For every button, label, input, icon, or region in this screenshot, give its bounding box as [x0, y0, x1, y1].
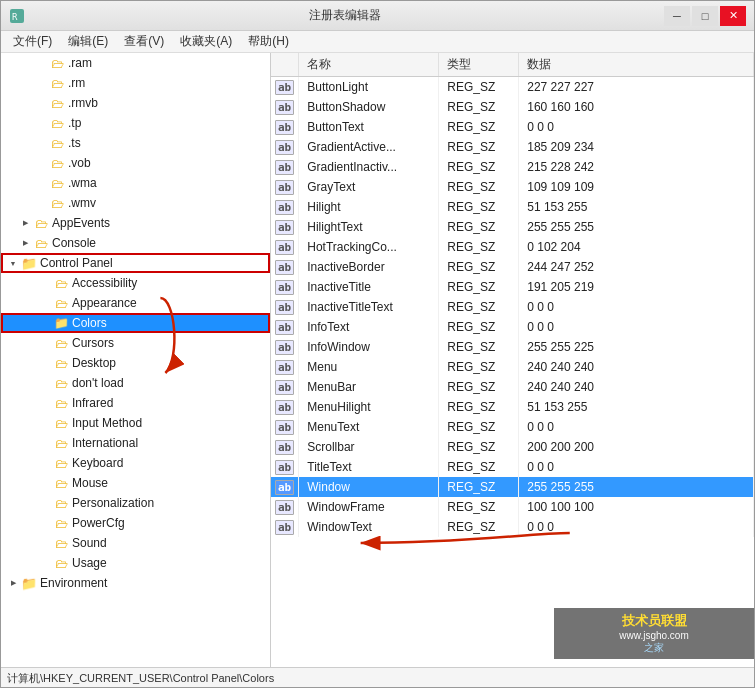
- reg-type: REG_SZ: [439, 437, 519, 457]
- reg-data: 255 255 255: [519, 217, 754, 237]
- table-row[interactable]: abMenuREG_SZ240 240 240: [271, 357, 754, 377]
- tree-item-dontload[interactable]: 🗁 don't load: [1, 373, 270, 393]
- tree-item-wmv[interactable]: 🗁 .wmv: [1, 193, 270, 213]
- reg-name: MenuHilight: [299, 397, 439, 417]
- table-row[interactable]: abMenuTextREG_SZ0 0 0: [271, 417, 754, 437]
- tree-item-colors[interactable]: 📁 Colors: [1, 313, 270, 333]
- tree-arrow-environment: [5, 575, 21, 591]
- reg-data: 51 153 255: [519, 397, 754, 417]
- folder-icon-tp: 🗁: [49, 115, 65, 131]
- tree-label-environment: Environment: [40, 576, 107, 590]
- table-row[interactable]: abHilightREG_SZ51 153 255: [271, 197, 754, 217]
- tree-item-ram[interactable]: 🗁 .ram: [1, 53, 270, 73]
- reg-data: 0 0 0: [519, 297, 754, 317]
- tree-item-infrared[interactable]: 🗁 Infrared: [1, 393, 270, 413]
- table-row[interactable]: abWindowREG_SZ255 255 255: [271, 477, 754, 497]
- table-row[interactable]: abHilightTextREG_SZ255 255 255: [271, 217, 754, 237]
- reg-data: 0 0 0: [519, 457, 754, 477]
- reg-data: 160 160 160: [519, 97, 754, 117]
- tree-label-appevents: AppEvents: [52, 216, 110, 230]
- table-row[interactable]: abHotTrackingCo...REG_SZ0 102 204: [271, 237, 754, 257]
- reg-type-icon: ab: [271, 77, 299, 97]
- table-row[interactable]: abWindowFrameREG_SZ100 100 100: [271, 497, 754, 517]
- menu-view[interactable]: 查看(V): [116, 31, 172, 52]
- tree-label-usage: Usage: [72, 556, 107, 570]
- tree-label-powercfg: PowerCfg: [72, 516, 125, 530]
- menu-edit[interactable]: 编辑(E): [60, 31, 116, 52]
- folder-icon-cursors: 🗁: [53, 335, 69, 351]
- tree-item-controlpanel[interactable]: 📁 Control Panel: [1, 253, 270, 273]
- menu-bar: 文件(F) 编辑(E) 查看(V) 收藏夹(A) 帮助(H): [1, 31, 754, 53]
- tree-item-ts[interactable]: 🗁 .ts: [1, 133, 270, 153]
- reg-name: Menu: [299, 357, 439, 377]
- tree-item-mouse[interactable]: 🗁 Mouse: [1, 473, 270, 493]
- tree-item-keyboard[interactable]: 🗁 Keyboard: [1, 453, 270, 473]
- tree-item-rm[interactable]: 🗁 .rm: [1, 73, 270, 93]
- maximize-button[interactable]: □: [692, 6, 718, 26]
- right-pane[interactable]: 名称 类型 数据 abButtonLightREG_SZ227 227 227a…: [271, 53, 754, 537]
- table-row[interactable]: abTitleTextREG_SZ0 0 0: [271, 457, 754, 477]
- tree-label-colors: Colors: [72, 316, 107, 330]
- col-header-name[interactable]: 名称: [299, 53, 439, 77]
- tree-label-dontload: don't load: [72, 376, 124, 390]
- tree-label-tp: .tp: [68, 116, 81, 130]
- menu-favorites[interactable]: 收藏夹(A): [172, 31, 240, 52]
- reg-type-icon: ab: [271, 297, 299, 317]
- table-row[interactable]: abScrollbarREG_SZ200 200 200: [271, 437, 754, 457]
- tree-item-personalization[interactable]: 🗁 Personalization: [1, 493, 270, 513]
- reg-type: REG_SZ: [439, 397, 519, 417]
- tree-item-tp[interactable]: 🗁 .tp: [1, 113, 270, 133]
- reg-type: REG_SZ: [439, 97, 519, 117]
- reg-type: REG_SZ: [439, 357, 519, 377]
- table-row[interactable]: abButtonTextREG_SZ0 0 0: [271, 117, 754, 137]
- tree-item-accessibility[interactable]: 🗁 Accessibility: [1, 273, 270, 293]
- table-row[interactable]: abWindowTextREG_SZ0 0 0: [271, 517, 754, 537]
- reg-name: ButtonLight: [299, 77, 439, 97]
- menu-file[interactable]: 文件(F): [5, 31, 60, 52]
- table-row[interactable]: abInfoTextREG_SZ0 0 0: [271, 317, 754, 337]
- tree-item-cursors[interactable]: 🗁 Cursors: [1, 333, 270, 353]
- tree-item-inputmethod[interactable]: 🗁 Input Method: [1, 413, 270, 433]
- table-row[interactable]: abGrayTextREG_SZ109 109 109: [271, 177, 754, 197]
- tree-arrow-console: [17, 235, 33, 251]
- table-row[interactable]: abInactiveTitleTextREG_SZ0 0 0: [271, 297, 754, 317]
- table-row[interactable]: abGradientInactiv...REG_SZ215 228 242: [271, 157, 754, 177]
- tree-item-rmvb[interactable]: 🗁 .rmvb: [1, 93, 270, 113]
- reg-type-icon: ab: [271, 97, 299, 117]
- tree-item-powercfg[interactable]: 🗁 PowerCfg: [1, 513, 270, 533]
- close-button[interactable]: ✕: [720, 6, 746, 26]
- table-row[interactable]: abButtonLightREG_SZ227 227 227: [271, 77, 754, 97]
- minimize-button[interactable]: ─: [664, 6, 690, 26]
- reg-type: REG_SZ: [439, 297, 519, 317]
- tree-item-usage[interactable]: 🗁 Usage: [1, 553, 270, 573]
- reg-type-icon: ab: [271, 177, 299, 197]
- menu-help[interactable]: 帮助(H): [240, 31, 297, 52]
- tree-item-sound[interactable]: 🗁 Sound: [1, 533, 270, 553]
- tree-item-appevents[interactable]: 🗁 AppEvents: [1, 213, 270, 233]
- tree-item-wma[interactable]: 🗁 .wma: [1, 173, 270, 193]
- svg-text:R: R: [12, 12, 18, 22]
- tree-pane[interactable]: 🗁 .ram 🗁 .rm 🗁 .rmvb: [1, 53, 271, 667]
- table-row[interactable]: abGradientActive...REG_SZ185 209 234: [271, 137, 754, 157]
- main-container: 🗁 .ram 🗁 .rm 🗁 .rmvb: [1, 53, 754, 667]
- tree-item-international[interactable]: 🗁 International: [1, 433, 270, 453]
- tree-item-appearance[interactable]: 🗁 Appearance: [1, 293, 270, 313]
- reg-type: REG_SZ: [439, 517, 519, 537]
- reg-type-icon: ab: [271, 357, 299, 377]
- tree-item-vob[interactable]: 🗁 .vob: [1, 153, 270, 173]
- table-row[interactable]: abInfoWindowREG_SZ255 255 225: [271, 337, 754, 357]
- reg-data: 0 0 0: [519, 117, 754, 137]
- table-row[interactable]: abMenuBarREG_SZ240 240 240: [271, 377, 754, 397]
- col-header-data[interactable]: 数据: [519, 53, 754, 77]
- table-row[interactable]: abInactiveTitleREG_SZ191 205 219: [271, 277, 754, 297]
- col-header-type[interactable]: 类型: [439, 53, 519, 77]
- reg-type: REG_SZ: [439, 177, 519, 197]
- table-row[interactable]: abMenuHilightREG_SZ51 153 255: [271, 397, 754, 417]
- tree-item-console[interactable]: 🗁 Console: [1, 233, 270, 253]
- reg-name: GradientInactiv...: [299, 157, 439, 177]
- reg-name: WindowFrame: [299, 497, 439, 517]
- tree-item-environment[interactable]: 📁 Environment: [1, 573, 270, 593]
- table-row[interactable]: abInactiveBorderREG_SZ244 247 252: [271, 257, 754, 277]
- table-row[interactable]: abButtonShadowREG_SZ160 160 160: [271, 97, 754, 117]
- tree-item-desktop[interactable]: 🗁 Desktop: [1, 353, 270, 373]
